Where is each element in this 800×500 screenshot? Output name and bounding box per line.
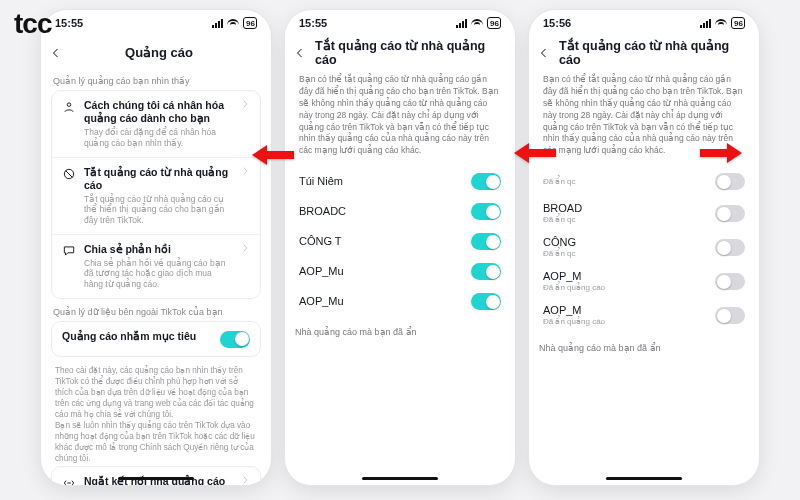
chevron-right-icon — [240, 475, 250, 485]
advertiser-toggle[interactable] — [471, 263, 501, 280]
row-desc: Thay đổi cài đặng để cá nhân hóa quảng c… — [84, 127, 232, 148]
battery-icon: 96 — [243, 17, 257, 29]
advertiser-status: Đã ẩn qc — [543, 215, 582, 224]
phone-3: 15:56 96 Tắt quảng cáo từ nhà quảng cáo … — [529, 10, 759, 485]
advertiser-toggle[interactable] — [471, 293, 501, 310]
signal-icon — [212, 19, 223, 28]
feedback-icon — [62, 244, 76, 258]
advertiser-name: AOP_M — [543, 304, 605, 316]
advertiser-toggle[interactable] — [471, 203, 501, 220]
wifi-icon — [715, 19, 727, 28]
hidden-advertisers-label: Nhà quảng cáo mà bạn đã ẩn — [295, 327, 505, 337]
svg-line-5 — [66, 170, 73, 177]
page-header: Quảng cáo — [41, 36, 271, 70]
signal-icon — [456, 19, 467, 28]
section-label-1: Quản lý quảng cáo bạn nhìn thấy — [53, 76, 259, 86]
row-personalize[interactable]: Cách chúng tôi cá nhân hóa quảng cáo dàn… — [52, 91, 260, 157]
hide-ads-icon — [62, 167, 76, 181]
hidden-advertisers-label: Nhà quảng cáo mà bạn đã ẩn — [539, 343, 749, 353]
row-title: Quảng cáo nhắm mục tiêu — [62, 330, 212, 343]
phone-2: 15:55 96 Tắt quảng cáo từ nhà quảng cáo … — [285, 10, 515, 485]
row-title: Tắt quảng cáo từ nhà quảng cáo — [84, 166, 232, 192]
page-description: Bạn có thể tắt quảng cáo từ nhà quảng cá… — [539, 70, 749, 165]
advertiser-row: BROAD Đã ẩn qc — [539, 195, 749, 229]
advertiser-status: Đã ẩn quảng cáo — [543, 283, 605, 292]
advertiser-list: Túi Niêm BROADC CÔNG T AOP_Mu AOP_Mu — [295, 165, 505, 315]
row-targeted-ads[interactable]: Quảng cáo nhắm mục tiêu — [52, 322, 260, 356]
advertiser-row: Túi Niêm — [295, 165, 505, 195]
back-button[interactable] — [535, 44, 553, 62]
advertiser-row: CÔNG T — [295, 225, 505, 255]
wifi-icon — [471, 19, 483, 28]
row-title: Cách chúng tôi cá nhân hóa quảng cáo dàn… — [84, 99, 232, 125]
advertiser-toggle[interactable] — [715, 307, 745, 324]
page-title: Tắt quảng cáo từ nhà quảng cáo — [559, 38, 753, 67]
advertiser-name: Túi Niêm — [299, 175, 343, 187]
page-description: Bạn có thể tắt quảng cáo từ nhà quảng cá… — [295, 70, 505, 165]
row-turn-off-ads[interactable]: Tắt quảng cáo từ nhà quảng cáo Tắt quảng… — [52, 157, 260, 234]
chevron-right-icon — [240, 243, 250, 255]
advertiser-name: AOP_M — [543, 270, 605, 282]
advertiser-toggle[interactable] — [471, 173, 501, 190]
svg-point-3 — [67, 103, 71, 107]
advertiser-row: AOP_Mu — [295, 255, 505, 285]
advertiser-row: AOP_Mu — [295, 285, 505, 315]
row-desc: Tắt quảng cáo từ nhà quảng cáo cụ thể hi… — [84, 194, 232, 226]
battery-icon: 96 — [487, 17, 501, 29]
disconnect-icon — [62, 476, 76, 485]
brand-logo: tcc — [14, 8, 51, 40]
page-header: Tắt quảng cáo từ nhà quảng cáo — [285, 36, 515, 70]
row-share-feedback[interactable]: Chia sẻ phản hồi Chia sẻ phản hồi về quả… — [52, 234, 260, 298]
section-label-2: Quản lý dữ liệu bên ngoài TikTok của bạn — [53, 307, 259, 317]
row-desc: Chia sẻ phản hồi về quảng cáo bạn đã tươ… — [84, 258, 232, 290]
targeted-ads-description: Theo cài đặt này, các quảng cáo bạn nhìn… — [51, 365, 261, 467]
chevron-right-icon — [240, 166, 250, 178]
advertiser-name: BROAD — [543, 202, 582, 214]
advertiser-list: Đã ẩn qc BROAD Đã ẩn qc CÔNG Đã ẩn qc — [539, 165, 749, 331]
chevron-right-icon — [240, 99, 250, 111]
status-time: 15:55 — [299, 17, 327, 29]
page-title: Quảng cáo — [53, 45, 265, 60]
advertiser-toggle[interactable] — [715, 173, 745, 190]
personalize-icon — [62, 100, 76, 114]
advertiser-toggle[interactable] — [715, 205, 745, 222]
advertiser-row: BROADC — [295, 195, 505, 225]
page-title: Tắt quảng cáo từ nhà quảng cáo — [315, 38, 509, 67]
battery-icon: 96 — [731, 17, 745, 29]
advertiser-row: CÔNG Đã ẩn qc — [539, 229, 749, 263]
page-header: Tắt quảng cáo từ nhà quảng cáo — [529, 36, 759, 70]
advertiser-toggle[interactable] — [715, 239, 745, 256]
advertiser-name: CÔNG T — [299, 235, 342, 247]
advertiser-name: CÔNG — [543, 236, 576, 248]
targeted-ads-card: Quảng cáo nhắm mục tiêu — [51, 321, 261, 357]
phone-1: 15:55 96 Quảng cáo Quản lý quảng cáo bạn… — [41, 10, 271, 485]
advertiser-toggle[interactable] — [715, 273, 745, 290]
back-button[interactable] — [291, 44, 309, 62]
ads-you-see-card: Cách chúng tôi cá nhân hóa quảng cáo dàn… — [51, 90, 261, 299]
targeted-ads-toggle[interactable] — [220, 331, 250, 348]
signal-icon — [700, 19, 711, 28]
advertiser-row: Đã ẩn qc — [539, 165, 749, 195]
home-indicator — [118, 477, 194, 481]
status-time: 15:55 — [55, 17, 83, 29]
status-bar: 15:55 96 — [41, 10, 271, 36]
advertiser-name: AOP_Mu — [299, 265, 344, 277]
wifi-icon — [227, 19, 239, 28]
advertiser-status: Đã ẩn qc — [543, 249, 576, 258]
row-title: Chia sẻ phản hồi — [84, 243, 232, 256]
advertiser-row: AOP_M Đã ẩn quảng cáo — [539, 263, 749, 297]
advertiser-status: Đã ẩn quảng cáo — [543, 317, 605, 326]
status-time: 15:56 — [543, 17, 571, 29]
advertiser-name: AOP_Mu — [299, 295, 344, 307]
home-indicator — [362, 477, 438, 481]
status-bar: 15:56 96 — [529, 10, 759, 36]
advertiser-toggle[interactable] — [471, 233, 501, 250]
status-bar: 15:55 96 — [285, 10, 515, 36]
home-indicator — [606, 477, 682, 481]
advertiser-name: BROADC — [299, 205, 346, 217]
advertiser-row: AOP_M Đã ẩn quảng cáo — [539, 297, 749, 331]
advertiser-status: Đã ẩn qc — [543, 177, 576, 186]
